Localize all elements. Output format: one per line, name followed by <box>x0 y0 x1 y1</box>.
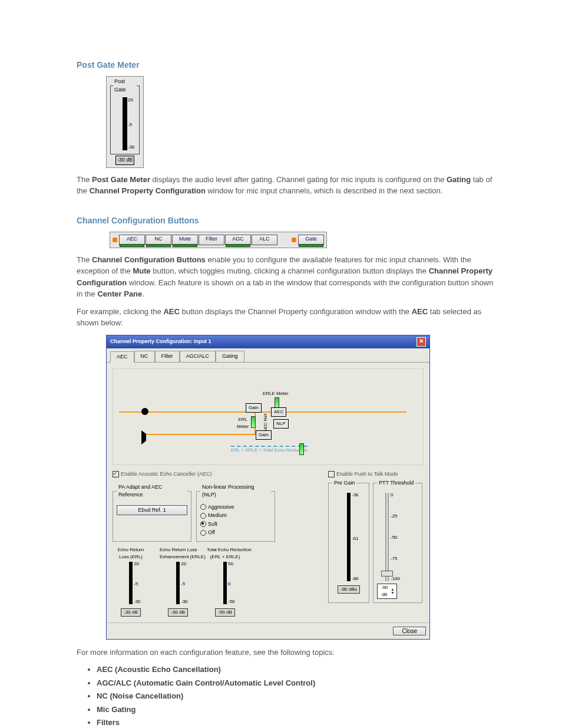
agc-button[interactable]: AGC <box>225 235 251 245</box>
meter-title: Echo Return Loss Enhancement (ERLE) <box>160 546 196 559</box>
window-title: Channel Property Configuration: Input 1 <box>110 338 211 346</box>
meter-tick: -30 <box>128 144 135 151</box>
topic-item: AEC (Acoustic Echo Cancellation) <box>97 664 497 676</box>
slider-thumb-icon[interactable] <box>381 571 393 577</box>
diagram-label: ERLE Meter <box>263 390 289 397</box>
window-tabs: AEC NC Filter AGC/ALC Gating <box>107 348 429 363</box>
diagram-label: ERL Meter <box>237 416 249 430</box>
heading-channel-config: Channel Configuration Buttons <box>77 215 497 227</box>
topic-item: AGC/ALC (Automatic Gain Control/Automati… <box>97 677 497 689</box>
gain-block: Gain <box>246 403 262 413</box>
nlp-option-off[interactable]: Off <box>200 529 271 537</box>
meter-value: -86 dBu <box>338 585 360 594</box>
tab-aec[interactable]: AEC <box>110 351 134 363</box>
heading-post-gate: Post Gate Meter <box>77 59 497 71</box>
topic-item: NC (Noise Cancellation) <box>97 690 497 702</box>
group-legend: Pre Gain <box>332 479 357 487</box>
tab-gating[interactable]: Gating <box>216 351 244 363</box>
channel-config-paragraph: The Channel Configuration Buttons enable… <box>77 254 497 300</box>
diagram-label: AEC Ref <box>262 414 269 432</box>
meter-bar: 20 -5 -30 <box>123 97 127 150</box>
led-icon <box>292 238 296 242</box>
group-legend: Non-linear Processing (NLP) <box>200 483 271 499</box>
ptt-threshold-group: PTT Threshold 0 -25 -50 -75 -100 <box>373 479 422 604</box>
nlp-group: Non-linear Processing (NLP) Aggressive M… <box>196 483 275 542</box>
enable-aec-checkbox[interactable]: Enable Acoustic Echo Canceller (AEC) <box>113 470 323 479</box>
meter-value: -50 dB <box>215 608 235 617</box>
more-info-paragraph: For more information on each configurati… <box>77 647 497 658</box>
post-gate-meter-figure: Post Gate 20 -5 -30 -30 dB <box>106 76 144 168</box>
alc-button[interactable]: ALC <box>252 235 277 245</box>
signal-diagram: ERLE Meter Gain AEC ERL Meter AEC Ref NL… <box>113 368 424 465</box>
post-gate-legend: Post Gate <box>113 78 137 94</box>
led-icon <box>113 238 117 242</box>
close-button[interactable]: Close <box>393 627 426 635</box>
erl-meter: Echo Return Loss (ERL) 20-5-30 -30 dB <box>113 546 149 617</box>
ptt-threshold-spinner[interactable]: -90 dB ▲▼ <box>377 584 397 599</box>
meter-icon <box>251 416 256 428</box>
pa-adapt-group: PA Adapt and AEC Reference Ebud Ref. 1 <box>113 483 191 542</box>
aec-button[interactable]: AEC <box>119 235 145 245</box>
tab-filter[interactable]: Filter <box>155 351 180 363</box>
speaker-icon <box>141 430 154 444</box>
window-titlebar: Channel Property Configuration: Input 1 … <box>107 335 429 348</box>
meter-value: -30 dB <box>115 156 135 165</box>
pre-gain-group: Pre Gain -36 -61 -86 -86 dBu <box>328 479 369 604</box>
channel-property-window: Channel Property Configuration: Input 1 … <box>106 335 430 640</box>
tab-agcalc[interactable]: AGC/ALC <box>180 351 216 363</box>
ptt-slider[interactable]: 0 -25 -50 -75 -100 <box>385 493 389 581</box>
meter-tick: 20 <box>128 97 133 104</box>
meter-tick: -5 <box>128 121 132 129</box>
checkbox-icon <box>113 471 119 477</box>
group-legend: PTT Threshold <box>377 479 415 487</box>
group-legend: PA Adapt and AEC Reference <box>117 483 187 499</box>
checkbox-label: Enable Acoustic Echo Canceller (AEC) <box>121 470 212 479</box>
gain-block: Gain <box>256 430 272 440</box>
diagram-label: ERL + ERLE = Total Echo Reduction <box>231 447 308 454</box>
close-icon[interactable]: ✕ <box>416 337 426 347</box>
echo-meters-row: Echo Return Loss (ERL) 20-5-30 -30 dB Ec… <box>113 546 323 617</box>
tab-nc[interactable]: NC <box>134 351 155 363</box>
total-echo-meter: Total Echo Reduction (ERL + ERLE) 500-50… <box>207 546 243 617</box>
erle-meter: Echo Return Loss Enhancement (ERLE) 20-5… <box>160 546 196 617</box>
post-gate-paragraph: The Post Gate Meter displays the audio l… <box>77 174 497 197</box>
input-node-icon <box>141 408 148 415</box>
aec-block: AEC <box>271 407 286 417</box>
example-paragraph: For example, clicking the AEC button dis… <box>77 306 497 329</box>
aec-reference-button[interactable]: Ebud Ref. 1 <box>117 505 187 516</box>
topic-item: Filters <box>97 717 497 728</box>
enable-ptt-checkbox[interactable]: Enable Push to Talk Mode <box>328 470 424 479</box>
checkbox-label: Enable Push to Talk Mode <box>336 470 398 479</box>
topic-item: Mic Gating <box>97 704 497 716</box>
filter-button[interactable]: Filter <box>199 235 224 245</box>
meter-value: -30 dB <box>168 608 188 617</box>
topics-list: AEC (Acoustic Echo Cancellation) AGC/ALC… <box>97 664 497 728</box>
nlp-option-aggressive[interactable]: Aggressive <box>200 503 271 512</box>
meter-icon <box>299 443 304 455</box>
spinner-arrows-icon[interactable]: ▲▼ <box>391 588 395 595</box>
nlp-block: NLP <box>273 419 289 429</box>
meter-title: Echo Return Loss (ERL) <box>113 546 149 559</box>
meter-value: -30 dB <box>121 608 141 617</box>
channel-config-button-row: AEC NC Mute Filter AGC ALC Gate <box>110 232 327 248</box>
checkbox-icon <box>328 471 335 477</box>
meter-title: Total Echo Reduction (ERL + ERLE) <box>207 546 243 559</box>
nc-button[interactable]: NC <box>146 235 171 245</box>
nlp-option-soft[interactable]: Soft <box>200 521 271 529</box>
gate-button[interactable]: Gate <box>298 235 324 245</box>
mute-button[interactable]: Mute <box>172 235 198 245</box>
nlp-option-medium[interactable]: Medium <box>200 512 271 520</box>
